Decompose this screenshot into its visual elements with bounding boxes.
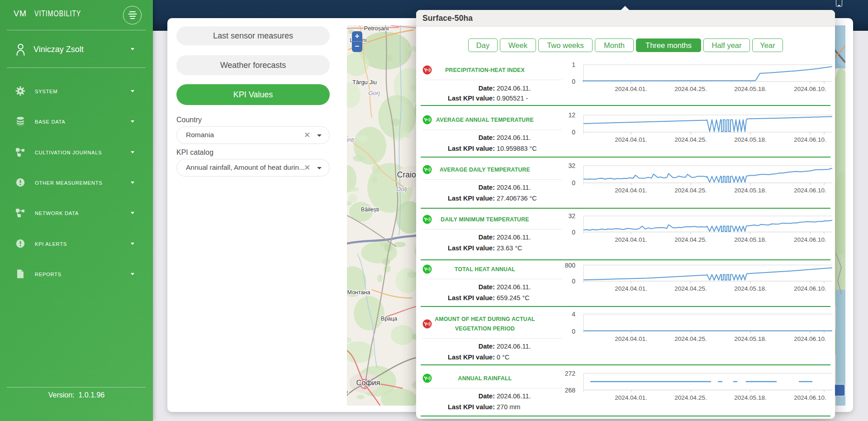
svg-text:2024.04.25.: 2024.04.25. bbox=[674, 187, 707, 194]
svg-text:Gorj: Gorj bbox=[368, 90, 380, 96]
svg-text:0: 0 bbox=[572, 277, 575, 285]
svg-text:2024.05.18.: 2024.05.18. bbox=[734, 285, 766, 292]
svg-text:Dolj: Dolj bbox=[396, 186, 407, 192]
svg-text:2024.04.25.: 2024.04.25. bbox=[674, 236, 707, 243]
svg-text:2024.04.01.: 2024.04.01. bbox=[615, 285, 647, 292]
svg-text:2024.06.10.: 2024.06.10. bbox=[794, 394, 826, 401]
svg-text:2024.05.18.: 2024.05.18. bbox=[734, 335, 766, 342]
svg-text:2024.06.10.: 2024.06.10. bbox=[794, 236, 826, 243]
svg-text:2024.05.18.: 2024.05.18. bbox=[734, 394, 766, 401]
svg-text:0: 0 bbox=[572, 229, 575, 236]
svg-text:Târgu Jiu: Târgu Jiu bbox=[352, 79, 377, 86]
svg-text:32: 32 bbox=[568, 162, 575, 169]
svg-text:268: 268 bbox=[565, 387, 576, 394]
svg-text:0: 0 bbox=[572, 129, 575, 136]
svg-text:Монтана: Монтана bbox=[347, 289, 370, 296]
svg-text:2024.06.10.: 2024.06.10. bbox=[794, 335, 826, 342]
svg-text:София: София bbox=[356, 378, 380, 387]
svg-text:2024.05.18.: 2024.05.18. bbox=[734, 86, 766, 92]
svg-text:2024.04.01.: 2024.04.01. bbox=[615, 394, 647, 401]
svg-text:0: 0 bbox=[572, 78, 575, 85]
svg-text:2024.04.01.: 2024.04.01. bbox=[615, 187, 647, 194]
svg-text:2024.04.25.: 2024.04.25. bbox=[674, 394, 707, 401]
svg-text:0: 0 bbox=[572, 179, 575, 187]
svg-text:800: 800 bbox=[565, 262, 576, 269]
svg-text:Băilești: Băilești bbox=[361, 206, 379, 213]
svg-text:2024.04.01.: 2024.04.01. bbox=[615, 136, 647, 143]
svg-text:1: 1 bbox=[572, 61, 575, 68]
svg-text:4: 4 bbox=[572, 311, 575, 318]
svg-text:Враца: Враца bbox=[381, 316, 397, 322]
svg-text:2024.04.25.: 2024.04.25. bbox=[674, 335, 707, 342]
svg-text:2024.04.01.: 2024.04.01. bbox=[615, 86, 647, 92]
svg-text:272: 272 bbox=[565, 370, 576, 377]
svg-text:2024.06.10.: 2024.06.10. bbox=[794, 136, 826, 143]
svg-text:2024.04.01.: 2024.04.01. bbox=[615, 236, 647, 243]
svg-text:ик: ик bbox=[347, 389, 348, 394]
svg-text:2024.05.18.: 2024.05.18. bbox=[734, 187, 766, 194]
svg-text:32: 32 bbox=[568, 212, 575, 220]
svg-text:2024.04.25.: 2024.04.25. bbox=[674, 285, 707, 292]
svg-text:2024.04.25.: 2024.04.25. bbox=[674, 86, 707, 92]
svg-text:Petroșani: Petroșani bbox=[364, 25, 389, 32]
svg-text:2024.04.25.: 2024.04.25. bbox=[674, 136, 707, 143]
svg-text:2024.04.01.: 2024.04.01. bbox=[615, 335, 647, 342]
svg-text:2024.06.10.: 2024.06.10. bbox=[794, 187, 826, 194]
svg-text:2024.05.18.: 2024.05.18. bbox=[734, 136, 766, 143]
svg-text:0: 0 bbox=[572, 328, 575, 335]
svg-text:2024.06.10.: 2024.06.10. bbox=[794, 285, 826, 292]
svg-text:vinți: vinți bbox=[347, 137, 355, 143]
svg-text:2024.06.10.: 2024.06.10. bbox=[794, 86, 826, 92]
svg-text:2024.05.18.: 2024.05.18. bbox=[734, 236, 766, 243]
svg-text:12: 12 bbox=[568, 111, 575, 119]
